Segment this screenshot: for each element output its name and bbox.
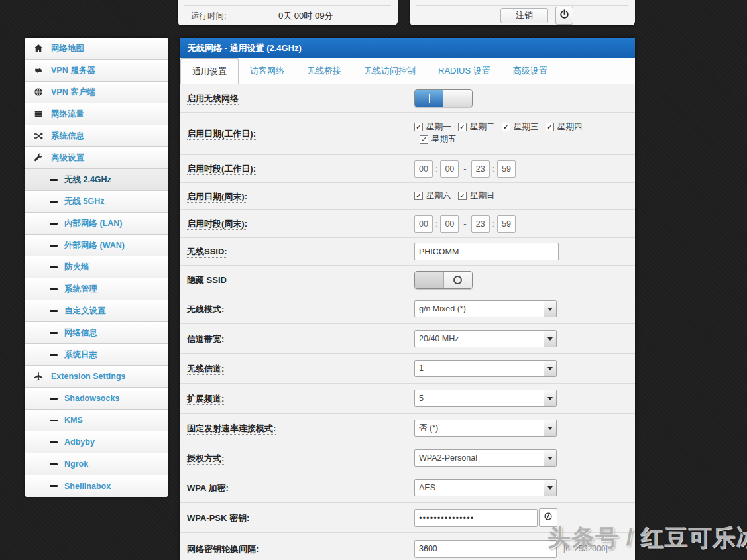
sidebar-item-ngrok[interactable]: Ngrok [25, 453, 168, 475]
dropdown-arrow-icon [544, 331, 556, 347]
form-row-weekday-days: 启用日期(工作日): 星期一 星期二 星期三 星期四 星期五 [180, 113, 635, 155]
checkbox-monday[interactable] [414, 123, 423, 131]
end-hour-input[interactable]: 23 [471, 215, 490, 233]
field-label: 启用日期(周末): [187, 192, 247, 203]
channel-bandwidth-select[interactable]: 20/40 MHz [414, 330, 557, 347]
sidebar-item-advanced-settings[interactable]: 高级设置 [25, 147, 168, 169]
dash-icon [50, 201, 58, 203]
sidebar-item-vpn-client[interactable]: VPN 客户端 [25, 82, 168, 103]
sidebar-item-system-management[interactable]: 系统管理 [25, 278, 168, 300]
checkbox-friday[interactable] [420, 135, 428, 144]
sidebar-item-system-log[interactable]: 系统日志 [25, 344, 168, 366]
sidebar-item-kms[interactable]: KMS [25, 410, 168, 431]
ssid-input[interactable] [414, 243, 559, 260]
sidebar-item-label: VPN 客户端 [51, 87, 95, 98]
end-hour-input[interactable]: 23 [471, 160, 490, 178]
sidebar-item-traffic[interactable]: 网络流量 [25, 103, 168, 125]
end-minute-input[interactable]: 59 [497, 160, 516, 178]
checkbox-sunday[interactable] [458, 192, 467, 200]
sidebar-item-shellinabox[interactable]: Shellinabox [25, 475, 168, 497]
sidebar-item-extension-settings[interactable]: Extension Settings [25, 366, 168, 388]
dash-icon [50, 266, 58, 268]
field-label: 无线SSID: [187, 247, 227, 258]
checkbox-saturday[interactable] [414, 192, 423, 200]
tab-bar: 通用设置 访客网络 无线桥接 无线访问控制 RADIUS 设置 高级设置 [180, 58, 635, 84]
uptime-value: 0天 00时 09分 [278, 10, 333, 22]
time-dash: - [463, 219, 466, 229]
sidebar-item-lan[interactable]: 内部网络 (LAN) [25, 213, 168, 235]
field-label: 启用日期(工作日): [187, 129, 256, 140]
plane-icon [34, 372, 47, 381]
field-label: 授权方式: [187, 453, 224, 465]
start-minute-input[interactable]: 00 [440, 160, 459, 178]
sidebar-item-wan[interactable]: 外部网络 (WAN) [25, 235, 168, 256]
hide-ssid-toggle[interactable] [414, 271, 473, 289]
sidebar-item-firewall[interactable]: 防火墙 [25, 256, 168, 278]
toggle-on-side [415, 272, 444, 288]
extension-channel-select[interactable]: 5 [414, 390, 557, 407]
form-row-extension-channel: 扩展频道: 5 [180, 384, 635, 414]
uptime-label: 运行时间: [191, 11, 226, 22]
reboot-button[interactable] [555, 7, 573, 25]
sidebar-item-custom-settings[interactable]: 自定义设置 [25, 300, 168, 322]
sidebar-item-label: 内部网络 (LAN) [64, 218, 123, 229]
main-panel: 无线网络 - 通用设置 (2.4GHz) 通用设置 访客网络 无线桥接 无线访问… [180, 38, 635, 560]
form-row-weekday-time: 启用时段(工作日): 00 : 00 - 23 : 59 [180, 155, 635, 183]
list-icon [34, 109, 47, 119]
fixed-rate-mode-select[interactable]: 否 (*) [414, 420, 557, 437]
logout-button[interactable]: 注销 [500, 8, 548, 23]
field-label: 信道带宽: [187, 334, 224, 345]
wpa-psk-input[interactable] [414, 509, 538, 527]
sidebar-item-label: Ngrok [64, 459, 88, 469]
checkbox-thursday[interactable] [546, 123, 554, 131]
page-title: 无线网络 - 通用设置 (2.4GHz) [188, 42, 302, 54]
tab-wireless-bridge[interactable]: 无线桥接 [296, 58, 353, 84]
checkbox-tuesday[interactable] [458, 123, 467, 131]
home-icon [34, 44, 47, 53]
field-label: 无线信道: [187, 364, 224, 375]
tab-guest-network[interactable]: 访客网络 [239, 58, 296, 84]
uptime-card: 运行时间: 0天 00时 09分 [178, 0, 398, 25]
sidebar-item-wireless-24ghz[interactable]: 无线 2.4GHz [25, 169, 168, 191]
key-rotation-input[interactable] [414, 540, 557, 558]
form-row-weekend-days: 启用日期(周末): 星期六 星期日 [180, 183, 635, 210]
wireless-channel-select[interactable]: 1 [414, 360, 557, 377]
divider [416, 5, 628, 6]
dash-icon [50, 398, 58, 400]
dash-icon [50, 179, 58, 181]
end-minute-input[interactable]: 59 [497, 215, 516, 233]
sidebar-item-label: 自定义设置 [64, 306, 106, 317]
dash-icon [50, 485, 58, 487]
sidebar-item-wireless-5ghz[interactable]: 无线 5GHz [25, 191, 168, 213]
toggle-off-side [443, 90, 472, 107]
field-label: 隐藏 SSID [187, 275, 227, 286]
sidebar-item-network-map[interactable]: 网络地图 [25, 38, 168, 60]
field-label: WPA-PSK 密钥: [187, 513, 249, 524]
retweet-icon [34, 66, 47, 75]
start-minute-input[interactable]: 00 [440, 215, 459, 233]
checkbox-wednesday[interactable] [502, 123, 510, 131]
sidebar-item-label: Extension Settings [51, 372, 126, 381]
tab-radius-settings[interactable]: RADIUS 设置 [427, 58, 502, 84]
globe-icon [34, 87, 47, 97]
enable-wireless-toggle[interactable] [414, 89, 473, 107]
start-hour-input[interactable]: 00 [414, 215, 433, 233]
wireless-mode-select[interactable]: g/n Mixed (*) [414, 300, 557, 317]
tab-general-settings[interactable]: 通用设置 [180, 58, 239, 84]
sidebar-item-adbyby[interactable]: Adbyby [25, 431, 168, 453]
field-label: 网络密钥轮换间隔: [187, 544, 259, 555]
dash-icon [50, 354, 58, 356]
field-label: 启用时段(工作日): [187, 164, 256, 175]
time-colon: : [435, 219, 437, 229]
tab-advanced-settings[interactable]: 高级设置 [502, 58, 559, 84]
sidebar-item-network-info[interactable]: 网络信息 [25, 322, 168, 344]
sidebar-item-vpn-server[interactable]: VPN 服务器 [25, 60, 168, 82]
wpa-encryption-select[interactable]: AES [414, 479, 557, 496]
form-row-fixed-rate-mode: 固定发射速率连接模式: 否 (*) [180, 414, 635, 443]
sidebar-item-shadowsocks[interactable]: Shadowsocks [25, 388, 168, 410]
auth-method-select[interactable]: WPA2-Personal [414, 449, 557, 467]
day-option: 星期五 [420, 134, 463, 145]
sidebar-item-system-info[interactable]: 系统信息 [25, 125, 168, 147]
start-hour-input[interactable]: 00 [414, 160, 433, 178]
tab-wireless-access-control[interactable]: 无线访问控制 [353, 58, 427, 84]
